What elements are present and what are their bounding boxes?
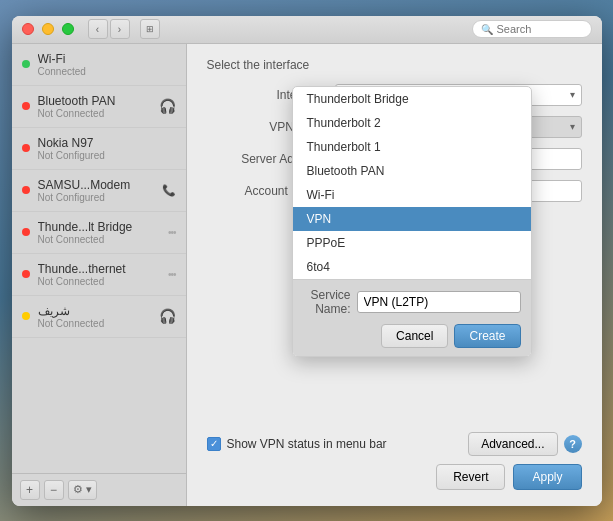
phone-icon: 📞 bbox=[162, 184, 176, 197]
item-name-tb1: Thunde...lt Bridge bbox=[38, 220, 160, 234]
dropdown-item-pppoe[interactable]: PPPoE bbox=[293, 231, 531, 255]
dots-icon-1: ••• bbox=[168, 227, 176, 238]
dropdown-item-vpn[interactable]: VPN bbox=[293, 207, 531, 231]
item-status-wifi: Connected bbox=[38, 66, 176, 77]
item-status-tb2: Not Connected bbox=[38, 276, 160, 287]
status-dot-nokia bbox=[22, 144, 30, 152]
titlebar: ‹ › ⊞ 🔍 bbox=[12, 16, 602, 44]
item-status-bluetooth: Not Connected bbox=[38, 108, 151, 119]
create-button[interactable]: Create bbox=[454, 324, 520, 348]
sidebar-item-bluetooth[interactable]: Bluetooth PAN Not Connected 🎧 bbox=[12, 86, 186, 128]
item-name-samsung: SAMSU...Modem bbox=[38, 178, 154, 192]
dropdown-item-tb2[interactable]: Thunderbolt 2 bbox=[293, 111, 531, 135]
panel-header: Select the interface bbox=[207, 58, 582, 72]
item-name-nokia: Nokia N97 bbox=[38, 136, 176, 150]
main-panel: Select the interface Interface: VPN ▾ VP… bbox=[187, 44, 602, 506]
headphones2-icon: 🎧 bbox=[159, 308, 176, 324]
vpn-type-chevron-icon: ▾ bbox=[570, 121, 575, 132]
service-name-label: Service Name: bbox=[303, 288, 351, 316]
item-name-tb2: Thunde...thernet bbox=[38, 262, 160, 276]
sidebar-item-wifi[interactable]: Wi-Fi Connected bbox=[12, 44, 186, 86]
apply-button[interactable]: Apply bbox=[513, 464, 581, 490]
item-name-wifi: Wi-Fi bbox=[38, 52, 176, 66]
main-window: ‹ › ⊞ 🔍 Wi-Fi Connected Bluetoo bbox=[12, 16, 602, 506]
status-dot-wifi bbox=[22, 60, 30, 68]
item-status-nokia: Not Configured bbox=[38, 150, 176, 161]
footer-row: Revert Apply bbox=[436, 464, 581, 490]
maximize-button[interactable] bbox=[62, 23, 74, 35]
sidebar-item-tb1[interactable]: Thunde...lt Bridge Not Connected ••• bbox=[12, 212, 186, 254]
item-status-sharif: Not Connected bbox=[38, 318, 151, 329]
search-input[interactable] bbox=[497, 23, 587, 35]
sidebar-item-sharif[interactable]: شريف Not Connected 🎧 bbox=[12, 296, 186, 338]
item-info-samsung: SAMSU...Modem Not Configured bbox=[38, 178, 154, 203]
item-info-tb1: Thunde...lt Bridge Not Connected bbox=[38, 220, 160, 245]
back-button[interactable]: ‹ bbox=[88, 19, 108, 39]
search-box: 🔍 bbox=[472, 20, 592, 38]
dropdown-item-6to4[interactable]: 6to4 bbox=[293, 255, 531, 279]
dialog-buttons: Cancel Create bbox=[303, 324, 521, 348]
item-info-nokia: Nokia N97 Not Configured bbox=[38, 136, 176, 161]
help-button[interactable]: ? bbox=[564, 435, 582, 453]
interface-dropdown: Thunderbolt Bridge Thunderbolt 2 Thunder… bbox=[292, 86, 532, 357]
minimize-button[interactable] bbox=[42, 23, 54, 35]
status-dot-tb2 bbox=[22, 270, 30, 278]
dropdown-item-bluetooth[interactable]: Bluetooth PAN bbox=[293, 159, 531, 183]
chevron-down-icon: ▾ bbox=[570, 89, 575, 100]
dropdown-footer: Service Name: Cancel Create bbox=[293, 279, 531, 356]
item-name-bluetooth: Bluetooth PAN bbox=[38, 94, 151, 108]
sidebar-bottom: + − ⚙ ▾ bbox=[12, 473, 186, 506]
item-name-sharif: شريف bbox=[38, 304, 151, 318]
advanced-button[interactable]: Advanced... bbox=[468, 432, 557, 456]
dropdown-item-wifi[interactable]: Wi-Fi bbox=[293, 183, 531, 207]
item-info-tb2: Thunde...thernet Not Connected bbox=[38, 262, 160, 287]
select-interface-label: Select the interface bbox=[207, 58, 310, 72]
status-dot-bluetooth bbox=[22, 102, 30, 110]
revert-button[interactable]: Revert bbox=[436, 464, 505, 490]
item-info-bluetooth: Bluetooth PAN Not Connected bbox=[38, 94, 151, 119]
forward-button[interactable]: › bbox=[110, 19, 130, 39]
item-status-samsung: Not Configured bbox=[38, 192, 154, 203]
status-dot-samsung bbox=[22, 186, 30, 194]
nav-buttons: ‹ › bbox=[88, 19, 130, 39]
bottom-options-row: ✓ Show VPN status in menu bar Advanced..… bbox=[207, 432, 582, 456]
cancel-button[interactable]: Cancel bbox=[381, 324, 448, 348]
sidebar: Wi-Fi Connected Bluetooth PAN Not Connec… bbox=[12, 44, 187, 506]
search-icon: 🔍 bbox=[481, 24, 493, 35]
show-vpn-label: Show VPN status in menu bar bbox=[227, 437, 387, 451]
sidebar-item-samsung[interactable]: SAMSU...Modem Not Configured 📞 bbox=[12, 170, 186, 212]
service-name-row: Service Name: bbox=[303, 288, 521, 316]
item-info-wifi: Wi-Fi Connected bbox=[38, 52, 176, 77]
headphones-icon: 🎧 bbox=[159, 98, 176, 114]
add-button[interactable]: + bbox=[20, 480, 40, 500]
item-status-tb1: Not Connected bbox=[38, 234, 160, 245]
content-area: Wi-Fi Connected Bluetooth PAN Not Connec… bbox=[12, 44, 602, 506]
service-name-input[interactable] bbox=[357, 291, 521, 313]
show-vpn-checkbox[interactable]: ✓ bbox=[207, 437, 221, 451]
grid-button[interactable]: ⊞ bbox=[140, 19, 160, 39]
item-info-sharif: شريف Not Connected bbox=[38, 304, 151, 329]
status-dot-tb1 bbox=[22, 228, 30, 236]
gear-button[interactable]: ⚙ ▾ bbox=[68, 480, 97, 500]
dots-icon-2: ••• bbox=[168, 269, 176, 280]
dropdown-item-tb-bridge[interactable]: Thunderbolt Bridge bbox=[293, 87, 531, 111]
show-vpn-checkbox-wrap: ✓ Show VPN status in menu bar bbox=[207, 437, 463, 451]
status-dot-sharif bbox=[22, 312, 30, 320]
dropdown-item-tb1[interactable]: Thunderbolt 1 bbox=[293, 135, 531, 159]
sidebar-item-tb2[interactable]: Thunde...thernet Not Connected ••• bbox=[12, 254, 186, 296]
sidebar-item-nokia[interactable]: Nokia N97 Not Configured bbox=[12, 128, 186, 170]
close-button[interactable] bbox=[22, 23, 34, 35]
remove-button[interactable]: − bbox=[44, 480, 64, 500]
